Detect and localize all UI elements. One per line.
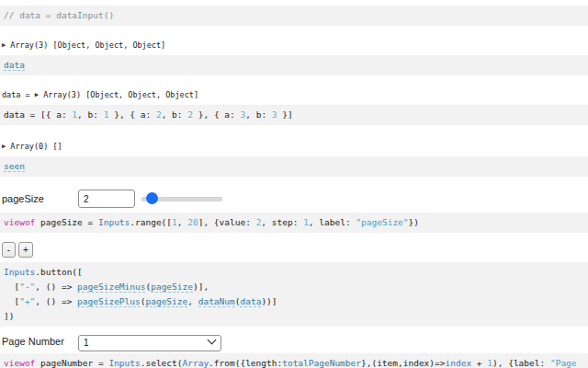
- code-cell-data-ref[interactable]: data: [0, 55, 588, 75]
- page-number-select[interactable]: 1: [78, 335, 221, 351]
- pagesize-label: pageSize: [2, 193, 78, 204]
- pagenumber-select-wrap: 1: [78, 333, 221, 350]
- code-cell-seen-ref[interactable]: seen: [0, 156, 588, 177]
- slider-thumb[interactable]: [146, 192, 158, 204]
- page-size-plus-button[interactable]: +: [18, 242, 33, 258]
- stepper-buttons: - +: [2, 242, 588, 259]
- pagenumber-label: Page Number: [2, 336, 78, 347]
- code-cell-pagenumber[interactable]: viewof pageNumber = Inputs.select(Array.…: [0, 353, 588, 368]
- code-cell-buttons[interactable]: Inputs.button([ ["-", () => pageSizeMinu…: [0, 262, 588, 327]
- page-size-minus-button[interactable]: -: [2, 242, 16, 258]
- pagesize-slider[interactable]: [141, 192, 222, 205]
- code-cell-comment[interactable]: // data = dataInput(): [0, 6, 588, 26]
- pagesize-number-input[interactable]: [78, 190, 135, 208]
- inspector-array3[interactable]: ▶ Array(3) [Object, Object, Object]: [2, 39, 588, 52]
- inspector-data-def[interactable]: data = ▶ Array(3) [Object, Object, Objec…: [2, 88, 588, 101]
- code-cell-pagesize[interactable]: viewof pageSize = Inputs.range([1, 20], …: [0, 213, 588, 233]
- inspector-array0[interactable]: ▶ Array(0) []: [2, 140, 588, 153]
- pagenumber-form: Page Number 1: [2, 333, 588, 350]
- pagesize-form: pageSize: [2, 189, 588, 209]
- code-cell-data-def[interactable]: data = [{ a: 1, b: 1 }, { a: 2, b: 2 }, …: [0, 105, 588, 125]
